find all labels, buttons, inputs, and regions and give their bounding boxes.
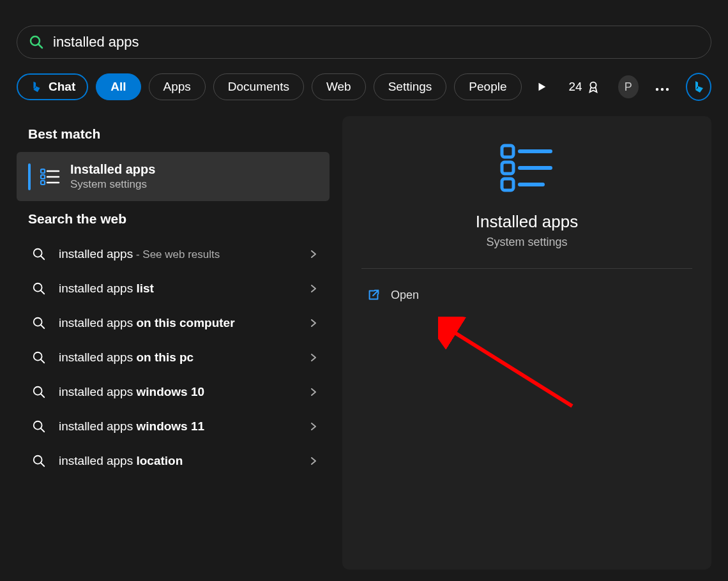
web-result[interactable]: installed apps windows 11 [17, 409, 330, 444]
web-result[interactable]: installed apps windows 10 [17, 375, 330, 409]
rewards-icon [586, 80, 600, 94]
web-result-text: installed apps - See web results [59, 247, 309, 261]
best-match-subtitle: System settings [70, 178, 155, 191]
search-input[interactable] [53, 34, 699, 50]
filter-all[interactable]: All [96, 73, 140, 100]
bing-icon [691, 79, 706, 94]
profile-avatar[interactable]: P [618, 75, 639, 98]
filter-settings[interactable]: Settings [374, 73, 447, 100]
profile-initial: P [625, 80, 632, 94]
filter-settings-label: Settings [388, 80, 432, 94]
svg-point-2 [590, 82, 596, 88]
chevron-right-icon [309, 388, 318, 396]
svg-line-1 [38, 44, 42, 48]
filter-apps-label: Apps [163, 80, 191, 94]
svg-rect-26 [502, 146, 513, 157]
web-result-text: installed apps on this pc [59, 351, 309, 365]
filter-all-label: All [110, 80, 126, 94]
svg-line-15 [41, 290, 45, 294]
detail-panel: Installed apps System settings Open [342, 116, 711, 570]
svg-rect-6 [41, 169, 45, 173]
svg-line-21 [41, 394, 45, 398]
svg-point-3 [656, 88, 658, 91]
web-result-text: installed apps list [59, 282, 309, 296]
best-match-heading: Best match [28, 126, 318, 142]
open-external-icon [367, 288, 381, 302]
selection-indicator [28, 163, 31, 190]
filter-web[interactable]: Web [312, 73, 366, 100]
bing-chat-icon [29, 80, 43, 94]
filter-documents-label: Documents [228, 80, 289, 94]
more-options-button[interactable] [655, 79, 669, 95]
bing-chat-button[interactable] [686, 73, 711, 101]
rewards-button[interactable]: 24 [568, 80, 600, 94]
chevron-right-icon [309, 456, 318, 465]
web-result-text: installed apps location [59, 454, 309, 468]
filter-apps[interactable]: Apps [149, 73, 206, 100]
web-result-text: installed apps windows 10 [59, 385, 309, 399]
chevron-right-icon [309, 422, 318, 431]
search-icon [32, 419, 46, 434]
chat-pill[interactable]: Chat [17, 73, 88, 100]
filter-documents[interactable]: Documents [213, 73, 304, 100]
open-label: Open [391, 289, 419, 302]
search-web-heading: Search the web [28, 211, 318, 227]
web-result[interactable]: installed apps location [17, 444, 330, 478]
filter-web-label: Web [326, 80, 351, 94]
open-action[interactable]: Open [361, 282, 692, 308]
filter-overflow-icon[interactable] [536, 80, 547, 93]
search-icon [32, 385, 46, 399]
svg-rect-10 [41, 181, 45, 185]
svg-line-17 [41, 325, 45, 329]
web-result[interactable]: installed apps on this computer [17, 306, 330, 340]
svg-rect-30 [502, 179, 513, 190]
svg-point-5 [666, 88, 669, 91]
search-icon [29, 34, 44, 50]
detail-subtitle: System settings [486, 236, 567, 249]
web-result[interactable]: installed apps - See web results [17, 237, 330, 271]
svg-line-25 [41, 463, 45, 467]
detail-title: Installed apps [476, 212, 578, 232]
search-icon [32, 282, 46, 296]
rewards-count: 24 [568, 80, 582, 94]
filter-row: Chat All Apps Documents Web Settings Peo… [17, 73, 711, 101]
best-match-result[interactable]: Installed apps System settings [17, 152, 330, 201]
web-result-text: installed apps windows 11 [59, 419, 309, 434]
chevron-right-icon [309, 284, 318, 293]
results-column: Best match Installed apps System setting… [17, 116, 330, 570]
web-result[interactable]: installed apps on this pc [17, 340, 330, 375]
web-result[interactable]: installed apps list [17, 271, 330, 306]
filter-people-label: People [469, 80, 506, 94]
filter-people[interactable]: People [454, 73, 521, 100]
svg-line-19 [41, 359, 45, 363]
search-bar[interactable] [17, 26, 711, 59]
chevron-right-icon [309, 353, 318, 362]
search-icon [32, 351, 46, 365]
divider [361, 268, 692, 269]
search-icon [32, 247, 46, 261]
svg-point-4 [661, 88, 664, 91]
svg-line-23 [41, 428, 45, 432]
search-icon [32, 454, 46, 468]
apps-list-large-icon [498, 139, 556, 197]
svg-line-13 [41, 256, 45, 260]
more-horizontal-icon [655, 87, 669, 91]
svg-rect-8 [41, 175, 45, 179]
svg-rect-28 [502, 162, 513, 174]
apps-list-icon [40, 167, 60, 187]
web-result-text: installed apps on this computer [59, 316, 309, 330]
chevron-right-icon [309, 250, 318, 259]
chevron-right-icon [309, 319, 318, 328]
chat-label: Chat [49, 80, 75, 94]
best-match-title: Installed apps [70, 162, 155, 177]
search-icon [32, 316, 46, 330]
